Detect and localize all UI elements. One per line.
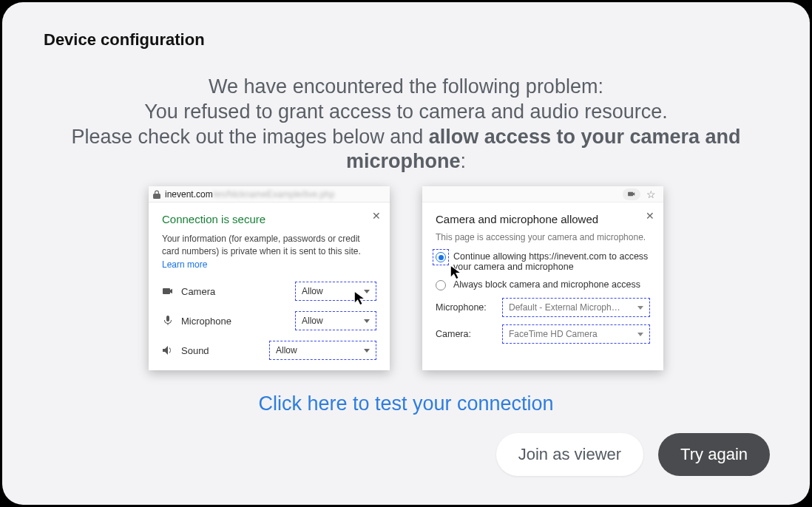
camera-allow-select[interactable]: Allow bbox=[295, 282, 376, 301]
device-config-modal: Device configuration We have encountered… bbox=[2, 2, 810, 505]
camera-icon bbox=[162, 287, 174, 295]
radio-block[interactable] bbox=[436, 280, 446, 290]
close-icon[interactable]: ✕ bbox=[646, 210, 654, 222]
help-images-row: inevent.com/en/NicknameExample/live.php … bbox=[36, 186, 776, 370]
device-row-mic: Microphone: Default - External Microph… bbox=[436, 298, 650, 317]
error-message: We have encountered the following proble… bbox=[36, 75, 776, 174]
msg-line2: You refused to grant access to camera an… bbox=[36, 100, 776, 125]
permissions-title: Camera and microphone allowed bbox=[436, 213, 650, 225]
sound-icon bbox=[162, 346, 174, 355]
mic-label: Microphone: bbox=[436, 302, 495, 313]
perm-camera-label: Camera bbox=[181, 286, 288, 297]
omnibox-right: ☆ bbox=[422, 186, 663, 203]
microphone-icon bbox=[162, 316, 174, 326]
connection-secure-title: Connection is secure bbox=[162, 213, 376, 225]
permissions-subtitle: This page is accessing your camera and m… bbox=[436, 231, 650, 244]
url-bar: inevent.com/en/NicknameExample/live.php bbox=[149, 186, 390, 203]
radio-block-label: Always block camera and microphone acces… bbox=[453, 279, 640, 290]
mic-device-select[interactable]: Default - External Microph… bbox=[502, 298, 650, 317]
radio-row-allow[interactable]: Continue allowing https://inevent.com to… bbox=[436, 251, 650, 272]
camera-chip-icon bbox=[623, 188, 640, 200]
try-again-button[interactable]: Try again bbox=[658, 433, 770, 476]
star-icon: ☆ bbox=[646, 188, 656, 200]
test-connection-link[interactable]: Click here to test your connection bbox=[36, 392, 776, 415]
msg-line1: We have encountered the following proble… bbox=[36, 75, 776, 100]
msg-line3: Please check out the images below and al… bbox=[36, 125, 776, 175]
permissions-popup-example: ☆ ✕ Camera and microphone allowed This p… bbox=[422, 186, 663, 370]
perm-row-sound: Sound Allow bbox=[162, 341, 376, 360]
perm-mic-label: Microphone bbox=[181, 316, 288, 327]
perm-row-microphone: Microphone Allow bbox=[162, 311, 376, 330]
radio-allow-label: Continue allowing https://inevent.com to… bbox=[453, 251, 650, 272]
mic-allow-select[interactable]: Allow bbox=[295, 311, 376, 330]
perm-row-camera: Camera Allow bbox=[162, 282, 376, 301]
lock-icon bbox=[152, 190, 162, 199]
device-row-camera: Camera: FaceTime HD Camera bbox=[436, 324, 650, 344]
sound-allow-select[interactable]: Allow bbox=[269, 341, 376, 360]
url-path: /en/NicknameExample/live.php bbox=[213, 189, 335, 200]
url-domain: inevent.com bbox=[165, 189, 213, 200]
perm-sound-label: Sound bbox=[181, 345, 262, 356]
join-as-viewer-button[interactable]: Join as viewer bbox=[496, 433, 643, 476]
cam-label: Camera: bbox=[436, 329, 495, 339]
radio-allow[interactable] bbox=[436, 252, 446, 262]
secure-popup-example: inevent.com/en/NicknameExample/live.php … bbox=[149, 186, 390, 370]
close-icon[interactable]: ✕ bbox=[372, 210, 381, 222]
modal-title: Device configuration bbox=[36, 30, 776, 50]
radio-row-block[interactable]: Always block camera and microphone acces… bbox=[436, 279, 650, 290]
connection-secure-desc: Your information (for example, passwords… bbox=[162, 233, 376, 271]
learn-more-link[interactable]: Learn more bbox=[162, 259, 207, 270]
camera-device-select[interactable]: FaceTime HD Camera bbox=[502, 324, 650, 344]
modal-actions: Join as viewer Try again bbox=[36, 433, 776, 476]
